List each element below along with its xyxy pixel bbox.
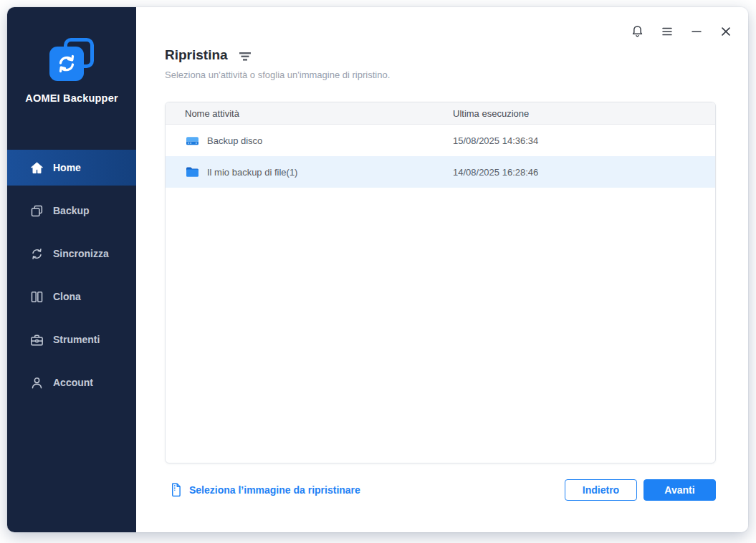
sidebar-item-backup[interactable]: Backup <box>7 193 136 229</box>
sidebar-item-account[interactable]: Account <box>7 365 136 400</box>
app-logo <box>49 38 94 81</box>
task-table: Nome attività Ultima esecuzione Backup d… <box>165 102 716 463</box>
sidebar-nav: Home Backup Sincronizza Clona Strumenti … <box>7 150 136 400</box>
column-header-name: Nome attività <box>166 108 453 119</box>
sidebar-item-label: Clona <box>53 291 81 302</box>
next-button[interactable]: Avanti <box>643 479 716 501</box>
main-content: Ripristina Seleziona un'attività o sfogl… <box>136 7 748 532</box>
column-header-last-run: Ultima esecuzione <box>453 108 715 119</box>
account-icon <box>30 376 44 390</box>
sidebar-item-label: Sincronizza <box>53 248 109 259</box>
page-title: Ripristina <box>165 47 228 63</box>
sidebar-item-label: Home <box>53 162 81 173</box>
close-icon[interactable] <box>719 24 732 38</box>
image-file-icon <box>170 483 182 497</box>
tools-icon <box>30 333 44 347</box>
home-icon <box>30 161 44 175</box>
titlebar-controls <box>631 24 732 38</box>
table-body: Backup disco 15/08/2025 14:36:34 Il mio … <box>166 125 715 188</box>
page-subtitle: Seleziona un'attività o sfoglia un'immag… <box>165 69 716 80</box>
menu-icon[interactable] <box>660 24 674 38</box>
sidebar-item-clona[interactable]: Clona <box>7 279 136 314</box>
wizard-buttons: Indietro Avanti <box>565 479 716 501</box>
sidebar-item-home[interactable]: Home <box>7 150 136 186</box>
minimize-icon[interactable] <box>689 24 703 38</box>
footer-bar: Seleziona l’immagine da ripristinare Ind… <box>165 479 716 501</box>
table-header: Nome attività Ultima esecuzione <box>166 102 715 125</box>
task-last-run: 15/08/2025 14:36:34 <box>453 135 715 146</box>
sync-icon <box>30 247 44 261</box>
select-image-label: Seleziona l’immagine da ripristinare <box>189 484 360 496</box>
table-row[interactable]: Il mio backup di file(1) 14/08/2025 16:2… <box>166 156 715 188</box>
disk-icon <box>186 135 199 147</box>
folder-icon <box>186 166 199 178</box>
sidebar-item-label: Backup <box>53 205 90 216</box>
back-button[interactable]: Indietro <box>565 479 637 501</box>
sidebar: AOMEI Backupper Home Backup Sincronizza … <box>7 7 136 532</box>
task-name: Backup disco <box>207 135 262 146</box>
task-name: Il mio backup di file(1) <box>207 167 297 178</box>
clone-icon <box>30 290 44 304</box>
app-window: AOMEI Backupper Home Backup Sincronizza … <box>7 7 748 532</box>
app-name: AOMEI Backupper <box>7 92 136 104</box>
select-image-link[interactable]: Seleziona l’immagine da ripristinare <box>170 483 360 497</box>
sidebar-item-label: Account <box>53 377 93 388</box>
sidebar-item-strumenti[interactable]: Strumenti <box>7 322 136 357</box>
backup-icon <box>30 204 44 218</box>
notification-bell-icon[interactable] <box>631 24 644 38</box>
table-row[interactable]: Backup disco 15/08/2025 14:36:34 <box>166 125 715 156</box>
page-header: Ripristina <box>165 47 716 63</box>
sync-arrows-icon <box>49 47 84 81</box>
sidebar-item-label: Strumenti <box>53 334 100 345</box>
sidebar-item-sincronizza[interactable]: Sincronizza <box>7 236 136 272</box>
task-last-run: 14/08/2025 16:28:46 <box>453 167 715 178</box>
filter-icon[interactable] <box>239 52 252 62</box>
